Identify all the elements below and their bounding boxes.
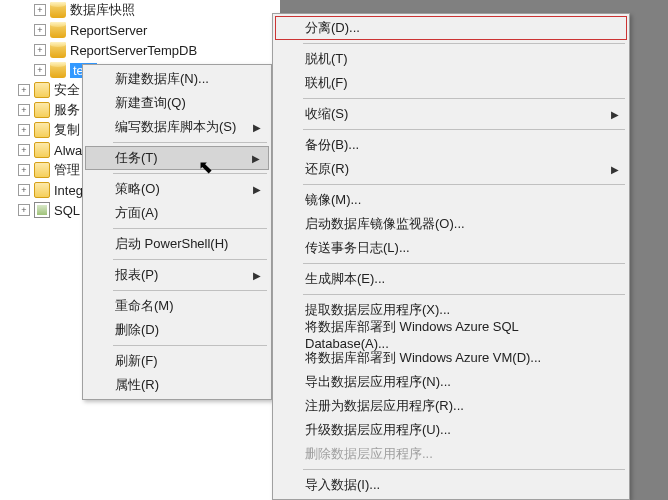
menu-item[interactable]: 生成脚本(E)...: [275, 267, 627, 291]
menu-separator: [303, 469, 625, 470]
menu-item-label: 属性(R): [115, 376, 159, 394]
menu-item-label: 注册为数据层应用程序(R)...: [305, 397, 464, 415]
menu-item-label: 将数据库部署到 Windows Azure VM(D)...: [305, 349, 541, 367]
menu-separator: [113, 142, 267, 143]
menu-item-label: 报表(P): [115, 266, 158, 284]
menu-item-label: 生成脚本(E)...: [305, 270, 385, 288]
menu-item[interactable]: 重命名(M): [85, 294, 269, 318]
menu-item: 删除数据层应用程序...: [275, 442, 627, 466]
menu-item[interactable]: 镜像(M)...: [275, 188, 627, 212]
menu-item[interactable]: 分离(D)...: [275, 16, 627, 40]
menu-separator: [113, 228, 267, 229]
menu-item-label: 启动 PowerShell(H): [115, 235, 228, 253]
expand-icon[interactable]: +: [34, 24, 46, 36]
expand-icon[interactable]: +: [18, 204, 30, 216]
submenu-arrow-icon: ▶: [611, 164, 619, 175]
submenu-arrow-icon: ▶: [611, 109, 619, 120]
menu-separator: [303, 43, 625, 44]
expand-icon[interactable]: +: [18, 184, 30, 196]
menu-item[interactable]: 将数据库部署到 Windows Azure SQL Database(A)...: [275, 322, 627, 346]
menu-separator: [113, 345, 267, 346]
menu-item[interactable]: 传送事务日志(L)...: [275, 236, 627, 260]
menu-item[interactable]: 启动数据库镜像监视器(O)...: [275, 212, 627, 236]
tree-item-label: ReportServer: [70, 23, 147, 38]
db-icon: [50, 22, 66, 38]
tree-item-label: 管理: [54, 161, 80, 179]
expand-icon[interactable]: +: [34, 64, 46, 76]
tree-item[interactable]: +ReportServer: [0, 20, 280, 40]
menu-item-label: 提取数据层应用程序(X)...: [305, 301, 450, 319]
menu-item[interactable]: 新建数据库(N)...: [85, 67, 269, 91]
menu-item[interactable]: 收缩(S)▶: [275, 102, 627, 126]
menu-item[interactable]: 脱机(T): [275, 47, 627, 71]
menu-item[interactable]: 报表(P)▶: [85, 263, 269, 287]
tree-item[interactable]: +ReportServerTempDB: [0, 40, 280, 60]
menu-item[interactable]: 联机(F): [275, 71, 627, 95]
menu-item[interactable]: 注册为数据层应用程序(R)...: [275, 394, 627, 418]
folder-icon: [34, 102, 50, 118]
menu-item-label: 启动数据库镜像监视器(O)...: [305, 215, 465, 233]
menu-item-label: 镜像(M)...: [305, 191, 361, 209]
menu-item[interactable]: 升级数据层应用程序(U)...: [275, 418, 627, 442]
menu-separator: [303, 129, 625, 130]
menu-separator: [303, 184, 625, 185]
expand-icon[interactable]: +: [34, 4, 46, 16]
folder-icon: [34, 82, 50, 98]
menu-item-label: 任务(T): [115, 149, 158, 167]
menu-item[interactable]: 删除(D): [85, 318, 269, 342]
db-icon: [50, 62, 66, 78]
expand-icon[interactable]: +: [18, 124, 30, 136]
menu-item-label: 导入数据(I)...: [305, 476, 380, 494]
menu-item-label: 导出数据层应用程序(N)...: [305, 373, 451, 391]
tree-item-label: SQL: [54, 203, 80, 218]
tree-item-label: Integ: [54, 183, 83, 198]
menu-item[interactable]: 编写数据库脚本为(S)▶: [85, 115, 269, 139]
menu-item[interactable]: 启动 PowerShell(H): [85, 232, 269, 256]
tree-item[interactable]: +数据库快照: [0, 0, 280, 20]
tree-item-label: ReportServerTempDB: [70, 43, 197, 58]
sql-icon: [34, 202, 50, 218]
menu-item[interactable]: 属性(R): [85, 373, 269, 397]
expand-icon[interactable]: +: [34, 44, 46, 56]
menu-separator: [303, 263, 625, 264]
menu-item[interactable]: 将数据库部署到 Windows Azure VM(D)...: [275, 346, 627, 370]
menu-item-label: 删除(D): [115, 321, 159, 339]
menu-item-label: 传送事务日志(L)...: [305, 239, 410, 257]
menu-item[interactable]: 导入数据(I)...: [275, 473, 627, 497]
menu-item-label: 收缩(S): [305, 105, 348, 123]
menu-item[interactable]: 任务(T)▶: [85, 146, 269, 170]
menu-item[interactable]: 方面(A): [85, 201, 269, 225]
menu-item[interactable]: 策略(O)▶: [85, 177, 269, 201]
tree-item-label: 数据库快照: [70, 1, 135, 19]
db-icon: [50, 42, 66, 58]
menu-item-label: 删除数据层应用程序...: [305, 445, 433, 463]
menu-separator: [303, 98, 625, 99]
expand-icon[interactable]: +: [18, 104, 30, 116]
expand-icon[interactable]: +: [18, 164, 30, 176]
menu-item[interactable]: 导出数据层应用程序(N)...: [275, 370, 627, 394]
menu-item-label: 备份(B)...: [305, 136, 359, 154]
menu-item-label: 重命名(M): [115, 297, 174, 315]
menu-item-label: 脱机(T): [305, 50, 348, 68]
menu-item-label: 联机(F): [305, 74, 348, 92]
tree-item-label: 安全: [54, 81, 80, 99]
submenu-arrow-icon: ▶: [253, 122, 261, 133]
context-submenu-tasks[interactable]: 分离(D)...脱机(T)联机(F)收缩(S)▶备份(B)...还原(R)▶镜像…: [272, 13, 630, 500]
context-menu-database[interactable]: 新建数据库(N)...新建查询(Q)编写数据库脚本为(S)▶任务(T)▶策略(O…: [82, 64, 272, 400]
menu-item-label: 新建查询(Q): [115, 94, 186, 112]
folder-icon: [34, 182, 50, 198]
submenu-arrow-icon: ▶: [252, 153, 260, 164]
expand-icon[interactable]: +: [18, 84, 30, 96]
menu-item[interactable]: 新建查询(Q): [85, 91, 269, 115]
menu-separator: [113, 290, 267, 291]
menu-item[interactable]: 刷新(F): [85, 349, 269, 373]
db-icon: [50, 2, 66, 18]
expand-icon[interactable]: +: [18, 144, 30, 156]
menu-separator: [113, 259, 267, 260]
tree-item-label: 服务: [54, 101, 80, 119]
menu-item[interactable]: 备份(B)...: [275, 133, 627, 157]
menu-item-label: 策略(O): [115, 180, 160, 198]
menu-item[interactable]: 还原(R)▶: [275, 157, 627, 181]
menu-item-label: 新建数据库(N)...: [115, 70, 209, 88]
menu-item-label: 刷新(F): [115, 352, 158, 370]
